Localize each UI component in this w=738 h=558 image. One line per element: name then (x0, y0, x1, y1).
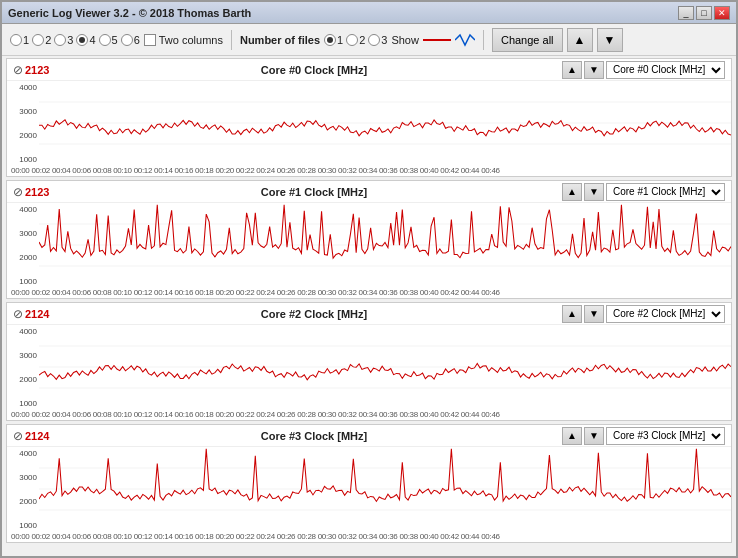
two-columns-checkbox-item[interactable]: Two columns (144, 34, 223, 46)
line1-icon (423, 33, 451, 47)
radio-circle-1[interactable] (10, 34, 22, 46)
radio-label-4: 4 (89, 34, 95, 46)
radio-circle-6[interactable] (121, 34, 133, 46)
chart-select-2[interactable]: Core #2 Clock [MHz] (606, 305, 725, 323)
radio-6[interactable]: 6 (121, 34, 140, 46)
chart-up-btn-2[interactable]: ▲ (562, 305, 582, 323)
phi-icon-3: ⊘ (13, 429, 23, 443)
radio-label-1: 1 (23, 34, 29, 46)
radio-circle-5[interactable] (99, 34, 111, 46)
scroll-down-button[interactable]: ▼ (597, 28, 623, 52)
num-radio-2[interactable]: 2 (346, 34, 365, 46)
chart-up-btn-0[interactable]: ▲ (562, 61, 582, 79)
channel-radio-group: 1 2 3 4 5 6 (10, 34, 140, 46)
change-all-button[interactable]: Change all (492, 28, 563, 52)
chart-value-1: 2123 (25, 186, 60, 198)
radio-1[interactable]: 1 (10, 34, 29, 46)
y-axis-2: 4000 3000 2000 1000 (7, 325, 39, 410)
chart-panel-3: ⊘ 2124 Core #3 Clock [MHz] ▲ ▼ Core #3 C… (6, 424, 732, 543)
radio-circle-4[interactable] (76, 34, 88, 46)
chart-body-3: 4000 3000 2000 1000 (7, 447, 731, 532)
num-files-label: Number of files (240, 34, 320, 46)
chart-svg-area-0 (39, 81, 731, 166)
y-axis-1: 4000 3000 2000 1000 (7, 203, 39, 288)
chart-panel-2: ⊘ 2124 Core #2 Clock [MHz] ▲ ▼ Core #2 C… (6, 302, 732, 421)
chart-panel-1: ⊘ 2123 Core #1 Clock [MHz] ▲ ▼ Core #1 C… (6, 180, 732, 299)
radio-label-3: 3 (67, 34, 73, 46)
num-radio-label-1: 1 (337, 34, 343, 46)
num-radio-label-2: 2 (359, 34, 365, 46)
radio-circle-3[interactable] (54, 34, 66, 46)
num-files-radio-group: 1 2 3 (324, 34, 387, 46)
chart-down-btn-2[interactable]: ▼ (584, 305, 604, 323)
chart-title-0: Core #0 Clock [MHz] (66, 64, 562, 76)
chart-svg-3 (39, 447, 731, 532)
chart-svg-area-1 (39, 203, 731, 288)
two-columns-checkbox[interactable] (144, 34, 156, 46)
chart-body-0: 4000 3000 2000 1000 (7, 81, 731, 166)
radio-circle-2[interactable] (32, 34, 44, 46)
show-label: Show (391, 34, 419, 46)
chart-controls-3: ▲ ▼ Core #3 Clock [MHz] (562, 427, 725, 445)
phi-icon-0: ⊘ (13, 63, 23, 77)
num-radio-circle-2[interactable] (346, 34, 358, 46)
chart-value-2: 2124 (25, 308, 60, 320)
radio-2[interactable]: 2 (32, 34, 51, 46)
minimize-button[interactable]: _ (678, 6, 694, 20)
num-radio-circle-3[interactable] (368, 34, 380, 46)
y-axis-3: 4000 3000 2000 1000 (7, 447, 39, 532)
chart-footer-0: 00:00 00:02 00:04 00:06 00:08 00:10 00:1… (7, 166, 731, 176)
window-controls: _ □ ✕ (678, 6, 730, 20)
num-radio-3[interactable]: 3 (368, 34, 387, 46)
chart-panel-0: ⊘ 2123 Core #0 Clock [MHz] ▲ ▼ Core #0 C… (6, 58, 732, 177)
chart-body-2: 4000 3000 2000 1000 (7, 325, 731, 410)
radio-3[interactable]: 3 (54, 34, 73, 46)
radio-5[interactable]: 5 (99, 34, 118, 46)
chart-header-3: ⊘ 2124 Core #3 Clock [MHz] ▲ ▼ Core #3 C… (7, 425, 731, 447)
radio-label-2: 2 (45, 34, 51, 46)
num-radio-label-3: 3 (381, 34, 387, 46)
chart-controls-0: ▲ ▼ Core #0 Clock [MHz] (562, 61, 725, 79)
chart-title-1: Core #1 Clock [MHz] (66, 186, 562, 198)
title-bar: Generic Log Viewer 3.2 - © 2018 Thomas B… (2, 2, 736, 24)
chart-title-2: Core #2 Clock [MHz] (66, 308, 562, 320)
close-button[interactable]: ✕ (714, 6, 730, 20)
num-radio-circle-1[interactable] (324, 34, 336, 46)
two-columns-label: Two columns (159, 34, 223, 46)
chart-header-0: ⊘ 2123 Core #0 Clock [MHz] ▲ ▼ Core #0 C… (7, 59, 731, 81)
chart-down-btn-3[interactable]: ▼ (584, 427, 604, 445)
chart-value-3: 2124 (25, 430, 60, 442)
window-title: Generic Log Viewer 3.2 - © 2018 Thomas B… (8, 7, 251, 19)
chart-select-1[interactable]: Core #1 Clock [MHz] (606, 183, 725, 201)
chart-up-btn-1[interactable]: ▲ (562, 183, 582, 201)
chart-up-btn-3[interactable]: ▲ (562, 427, 582, 445)
phi-icon-2: ⊘ (13, 307, 23, 321)
radio-4[interactable]: 4 (76, 34, 95, 46)
separator-2 (483, 30, 484, 50)
chart-controls-1: ▲ ▼ Core #1 Clock [MHz] (562, 183, 725, 201)
charts-container: ⊘ 2123 Core #0 Clock [MHz] ▲ ▼ Core #0 C… (2, 56, 736, 556)
phi-icon-1: ⊘ (13, 185, 23, 199)
maximize-button[interactable]: □ (696, 6, 712, 20)
chart-svg-area-3 (39, 447, 731, 532)
chart-footer-2: 00:00 00:02 00:04 00:06 00:08 00:10 00:1… (7, 410, 731, 420)
chart-footer-1: 00:00 00:02 00:04 00:06 00:08 00:10 00:1… (7, 288, 731, 298)
chart-title-3: Core #3 Clock [MHz] (66, 430, 562, 442)
chart-footer-3: 00:00 00:02 00:04 00:06 00:08 00:10 00:1… (7, 532, 731, 542)
main-window: Generic Log Viewer 3.2 - © 2018 Thomas B… (0, 0, 738, 558)
chart-down-btn-1[interactable]: ▼ (584, 183, 604, 201)
radio-label-5: 5 (112, 34, 118, 46)
chart-svg-2 (39, 325, 731, 410)
y-axis-0: 4000 3000 2000 1000 (7, 81, 39, 166)
num-radio-1[interactable]: 1 (324, 34, 343, 46)
chart-svg-1 (39, 203, 731, 288)
chart-controls-2: ▲ ▼ Core #2 Clock [MHz] (562, 305, 725, 323)
scroll-up-button[interactable]: ▲ (567, 28, 593, 52)
chart-svg-area-2 (39, 325, 731, 410)
chart-select-0[interactable]: Core #0 Clock [MHz] (606, 61, 725, 79)
toolbar: 1 2 3 4 5 6 Tw (2, 24, 736, 56)
chart-select-3[interactable]: Core #3 Clock [MHz] (606, 427, 725, 445)
chart-down-btn-0[interactable]: ▼ (584, 61, 604, 79)
chart-header-1: ⊘ 2123 Core #1 Clock [MHz] ▲ ▼ Core #1 C… (7, 181, 731, 203)
chart-value-0: 2123 (25, 64, 60, 76)
